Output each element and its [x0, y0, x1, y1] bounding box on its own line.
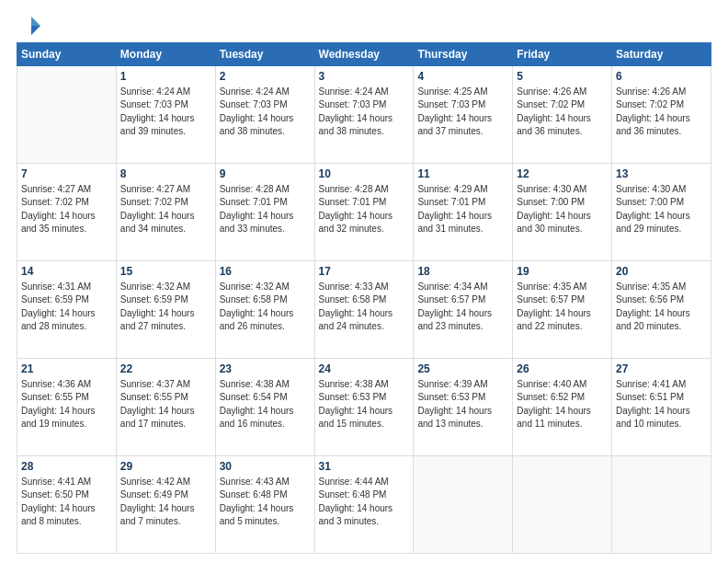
day-info: Sunrise: 4:24 AM Sunset: 7:03 PM Dayligh…: [220, 86, 311, 139]
day-info: Sunrise: 4:29 AM Sunset: 7:01 PM Dayligh…: [417, 183, 508, 236]
calendar-cell: 9Sunrise: 4:28 AM Sunset: 7:01 PM Daylig…: [215, 164, 314, 261]
day-info: Sunrise: 4:31 AM Sunset: 6:59 PM Dayligh…: [21, 281, 112, 334]
day-number: 6: [616, 69, 707, 85]
calendar-cell: 21Sunrise: 4:36 AM Sunset: 6:55 PM Dayli…: [17, 359, 117, 456]
calendar-cell: [513, 456, 612, 554]
calendar-cell: [17, 66, 117, 164]
calendar-cell: 16Sunrise: 4:32 AM Sunset: 6:58 PM Dayli…: [215, 261, 314, 359]
day-info: Sunrise: 4:36 AM Sunset: 6:55 PM Dayligh…: [21, 378, 112, 431]
day-number: 11: [417, 167, 508, 182]
calendar-cell: 12Sunrise: 4:30 AM Sunset: 7:00 PM Dayli…: [513, 164, 612, 261]
weekday-header-friday: Friday: [513, 43, 612, 66]
day-number: 2: [220, 69, 311, 85]
calendar-cell: 27Sunrise: 4:41 AM Sunset: 6:51 PM Dayli…: [612, 359, 711, 456]
day-info: Sunrise: 4:41 AM Sunset: 6:50 PM Dayligh…: [21, 476, 112, 529]
calendar-cell: 20Sunrise: 4:35 AM Sunset: 6:56 PM Dayli…: [612, 261, 711, 359]
calendar-header-row: SundayMondayTuesdayWednesdayThursdayFrid…: [17, 43, 711, 66]
day-number: 16: [220, 264, 311, 280]
day-number: 28: [21, 459, 112, 475]
weekday-header-monday: Monday: [116, 43, 215, 66]
page: SundayMondayTuesdayWednesdayThursdayFrid…: [0, 0, 728, 563]
day-number: 12: [517, 167, 608, 182]
day-info: Sunrise: 4:34 AM Sunset: 6:57 PM Dayligh…: [417, 281, 508, 334]
day-number: 24: [319, 362, 410, 377]
day-info: Sunrise: 4:39 AM Sunset: 6:53 PM Dayligh…: [417, 378, 508, 431]
calendar-cell: [414, 456, 513, 554]
calendar-cell: 29Sunrise: 4:42 AM Sunset: 6:49 PM Dayli…: [116, 456, 215, 554]
week-row-2: 7Sunrise: 4:27 AM Sunset: 7:02 PM Daylig…: [17, 164, 711, 261]
day-info: Sunrise: 4:38 AM Sunset: 6:53 PM Dayligh…: [319, 378, 410, 431]
calendar-cell: [612, 456, 711, 554]
day-info: Sunrise: 4:26 AM Sunset: 7:02 PM Dayligh…: [616, 86, 707, 139]
calendar-cell: 14Sunrise: 4:31 AM Sunset: 6:59 PM Dayli…: [17, 261, 117, 359]
weekday-header-tuesday: Tuesday: [215, 43, 314, 66]
calendar-cell: 19Sunrise: 4:35 AM Sunset: 6:57 PM Dayli…: [513, 261, 612, 359]
calendar-cell: 15Sunrise: 4:32 AM Sunset: 6:59 PM Dayli…: [116, 261, 215, 359]
calendar-cell: 22Sunrise: 4:37 AM Sunset: 6:55 PM Dayli…: [116, 359, 215, 456]
calendar-cell: 10Sunrise: 4:28 AM Sunset: 7:01 PM Dayli…: [314, 164, 414, 261]
header: [17, 17, 711, 33]
week-row-3: 14Sunrise: 4:31 AM Sunset: 6:59 PM Dayli…: [17, 261, 711, 359]
calendar-cell: 11Sunrise: 4:29 AM Sunset: 7:01 PM Dayli…: [414, 164, 513, 261]
day-info: Sunrise: 4:28 AM Sunset: 7:01 PM Dayligh…: [319, 183, 410, 236]
day-number: 9: [220, 167, 311, 182]
calendar-cell: 8Sunrise: 4:27 AM Sunset: 7:02 PM Daylig…: [116, 164, 215, 261]
day-info: Sunrise: 4:35 AM Sunset: 6:56 PM Dayligh…: [616, 281, 707, 334]
logo-icon: [18, 13, 44, 39]
weekday-header-sunday: Sunday: [17, 43, 117, 66]
day-info: Sunrise: 4:30 AM Sunset: 7:00 PM Dayligh…: [616, 183, 707, 236]
day-info: Sunrise: 4:24 AM Sunset: 7:03 PM Dayligh…: [319, 86, 410, 139]
day-info: Sunrise: 4:27 AM Sunset: 7:02 PM Dayligh…: [21, 183, 112, 236]
calendar-cell: 3Sunrise: 4:24 AM Sunset: 7:03 PM Daylig…: [314, 66, 414, 164]
day-info: Sunrise: 4:27 AM Sunset: 7:02 PM Dayligh…: [120, 183, 211, 236]
day-info: Sunrise: 4:41 AM Sunset: 6:51 PM Dayligh…: [616, 378, 707, 431]
day-info: Sunrise: 4:32 AM Sunset: 6:59 PM Dayligh…: [120, 281, 211, 334]
svg-marker-0: [31, 17, 40, 26]
weekday-header-wednesday: Wednesday: [314, 43, 414, 66]
day-number: 3: [319, 69, 410, 85]
calendar-cell: 2Sunrise: 4:24 AM Sunset: 7:03 PM Daylig…: [215, 66, 314, 164]
day-info: Sunrise: 4:33 AM Sunset: 6:58 PM Dayligh…: [319, 281, 410, 334]
calendar-cell: 30Sunrise: 4:43 AM Sunset: 6:48 PM Dayli…: [215, 456, 314, 554]
weekday-header-saturday: Saturday: [612, 43, 711, 66]
day-number: 21: [21, 362, 112, 377]
day-number: 30: [220, 459, 311, 475]
calendar-table: SundayMondayTuesdayWednesdayThursdayFrid…: [17, 42, 711, 554]
calendar-cell: 23Sunrise: 4:38 AM Sunset: 6:54 PM Dayli…: [215, 359, 314, 456]
day-number: 18: [417, 264, 508, 280]
day-number: 19: [517, 264, 608, 280]
calendar-cell: 5Sunrise: 4:26 AM Sunset: 7:02 PM Daylig…: [513, 66, 612, 164]
day-info: Sunrise: 4:42 AM Sunset: 6:49 PM Dayligh…: [120, 476, 211, 529]
day-info: Sunrise: 4:38 AM Sunset: 6:54 PM Dayligh…: [220, 378, 311, 431]
day-number: 31: [319, 459, 410, 475]
day-number: 10: [319, 167, 410, 182]
day-info: Sunrise: 4:30 AM Sunset: 7:00 PM Dayligh…: [517, 183, 608, 236]
day-number: 1: [120, 69, 211, 85]
calendar-cell: 24Sunrise: 4:38 AM Sunset: 6:53 PM Dayli…: [314, 359, 414, 456]
day-info: Sunrise: 4:32 AM Sunset: 6:58 PM Dayligh…: [220, 281, 311, 334]
day-number: 8: [120, 167, 211, 182]
day-number: 7: [21, 167, 112, 182]
week-row-4: 21Sunrise: 4:36 AM Sunset: 6:55 PM Dayli…: [17, 359, 711, 456]
day-number: 13: [616, 167, 707, 182]
calendar-cell: 7Sunrise: 4:27 AM Sunset: 7:02 PM Daylig…: [17, 164, 117, 261]
day-number: 17: [319, 264, 410, 280]
day-number: 4: [417, 69, 508, 85]
calendar-cell: 1Sunrise: 4:24 AM Sunset: 7:03 PM Daylig…: [116, 66, 215, 164]
calendar-cell: 6Sunrise: 4:26 AM Sunset: 7:02 PM Daylig…: [612, 66, 711, 164]
calendar-cell: 28Sunrise: 4:41 AM Sunset: 6:50 PM Dayli…: [17, 456, 117, 554]
calendar-cell: 13Sunrise: 4:30 AM Sunset: 7:00 PM Dayli…: [612, 164, 711, 261]
day-number: 5: [517, 69, 608, 85]
day-info: Sunrise: 4:28 AM Sunset: 7:01 PM Dayligh…: [220, 183, 311, 236]
calendar-cell: 4Sunrise: 4:25 AM Sunset: 7:03 PM Daylig…: [414, 66, 513, 164]
day-number: 22: [120, 362, 211, 377]
day-number: 26: [517, 362, 608, 377]
day-number: 15: [120, 264, 211, 280]
week-row-5: 28Sunrise: 4:41 AM Sunset: 6:50 PM Dayli…: [17, 456, 711, 554]
week-row-1: 1Sunrise: 4:24 AM Sunset: 7:03 PM Daylig…: [17, 66, 711, 164]
day-info: Sunrise: 4:35 AM Sunset: 6:57 PM Dayligh…: [517, 281, 608, 334]
day-info: Sunrise: 4:37 AM Sunset: 6:55 PM Dayligh…: [120, 378, 211, 431]
day-number: 23: [220, 362, 311, 377]
day-number: 25: [417, 362, 508, 377]
day-info: Sunrise: 4:24 AM Sunset: 7:03 PM Dayligh…: [120, 86, 211, 139]
